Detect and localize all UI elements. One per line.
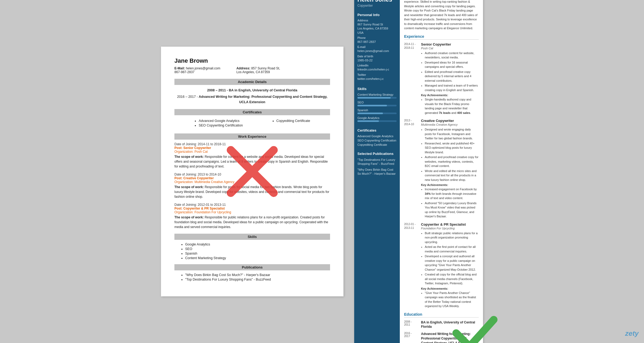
- work-org-3: Organization: Foundation For Upcycling: [174, 210, 330, 214]
- sidebar-twitter-label: Twitter: [357, 73, 397, 76]
- skill-bar-2: SEO: [357, 101, 397, 106]
- right-resume: Helen Jones Copywriter Personal Info Add…: [354, 0, 483, 343]
- sidebar-linkedin-label: LinkedIn: [357, 64, 397, 67]
- skill-label-1: Content Marketing Strategy: [357, 93, 397, 96]
- skill-bg-3: [357, 113, 397, 114]
- email-value: helen.jones@gmail.com: [186, 66, 220, 70]
- exp-bullet-2-1: Designed and wrote engaging daily posts …: [425, 127, 479, 141]
- certs-header: Certificates: [174, 109, 330, 115]
- exp-dates-1: 2014-11 -2018-11: [404, 42, 419, 116]
- achievements-label-2: Key Achievements:: [421, 183, 479, 187]
- cert-item-2: SEO Copywriting Certification: [199, 124, 243, 127]
- sidebar-twitter-value: twitter.com/helen-j-c: [357, 77, 397, 81]
- address-label: Address:: [236, 66, 250, 70]
- skill-fill-4: [357, 120, 379, 122]
- left-contact: E-Mail: helen.jones@gmail.com 867-987-28…: [174, 66, 330, 74]
- sidebar-cert-3: Copyediting Certificate: [357, 143, 397, 146]
- sidebar-certs-section: Certificates Advanced Google Analytics S…: [354, 126, 400, 149]
- achievement-3-1: "Give Your Pants Another Chance" campaig…: [425, 291, 479, 308]
- exp-bullets-3: Built strategic public relations plans f…: [421, 231, 479, 286]
- right-summary: Versatile copywriter with 6+ years of on…: [404, 0, 479, 31]
- sidebar-pubs-section: Selected Publications "Top Destinations …: [354, 149, 400, 179]
- skill-fill-3: [357, 113, 383, 114]
- skill-bar-3: Spanish: [357, 109, 397, 114]
- exp-item-3: 2012-01 -2013-11 Copywriter & PR Special…: [404, 222, 479, 309]
- sidebar-personal-title: Personal Info: [357, 13, 397, 17]
- skill-label-4: Google Analytics: [357, 116, 397, 120]
- exp-bullet-2-3: Authored and proofread creative copy for…: [425, 155, 479, 168]
- sidebar-dob-value: 1985-03-22: [357, 58, 397, 62]
- left-contact-left: E-Mail: helen.jones@gmail.com 867-987-28…: [174, 66, 220, 74]
- sidebar-cert-2: SEO Copywriting Certification: [357, 139, 397, 142]
- exp-bullet-1-2: Developed ideas for 16 seasonal campaign…: [425, 60, 479, 69]
- academic-item-2: 2016 – 2017 - Advanced Writing for Marke…: [174, 94, 330, 105]
- certs-grid: Advanced Google Analytics SEO Copywritin…: [174, 118, 330, 129]
- exp-bullets-1: Authored creative content for website, n…: [421, 51, 479, 92]
- edu-dates-1: 2008 -2011: [404, 320, 419, 329]
- exp-title-3: Copywriter & PR Specialist: [421, 222, 479, 226]
- left-name: Jane Brown: [174, 57, 330, 64]
- skill-fill-1: [357, 97, 391, 99]
- sidebar-personal-section: Personal Info Address 867 Sunny Road StL…: [354, 10, 400, 84]
- right-main: Versatile copywriter with 6+ years of on…: [400, 0, 483, 343]
- exp-bullet-2-2: Researched, wrote and published 40+ SEO-…: [425, 141, 479, 155]
- sidebar-email-value: helen.jones@gmail.com: [357, 49, 397, 53]
- certs-col-left: Advanced Google Analytics SEO Copywritin…: [194, 119, 243, 128]
- academic-section: Academic Details 2008 – 2011 - BA in Eng…: [174, 79, 330, 105]
- skill-bg-4: [357, 120, 397, 122]
- address-line2: Los Angeles, CA 87359: [236, 70, 270, 74]
- sidebar-cert-1: Advanced Google Analytics: [357, 135, 397, 138]
- work-item-3: Date of Joining: 2012-01 to 2013-11 Post…: [174, 203, 330, 229]
- achievement-list-3: "Give Your Pants Another Chance" campaig…: [421, 291, 479, 308]
- left-resume-wrapper: Jane Brown E-Mail: helen.jones@gmail.com…: [161, 47, 343, 296]
- exp-item-1: 2014-11 -2018-11 Senior Copywriter Posh …: [404, 42, 479, 116]
- sidebar-address-value: 867 Sunny Road StLos Angeles, CA 87359US…: [357, 23, 397, 35]
- exp-bullet-1-1: Authored creative content for website, n…: [425, 51, 479, 60]
- check-mark-icon: [451, 309, 499, 343]
- cert-item-3: Copyediting Certificate: [276, 119, 310, 123]
- exp-dates-2: 2013 -2014-10: [404, 119, 419, 219]
- sidebar-title: Copywriter: [357, 4, 397, 8]
- sidebar-pub-2: "Why Does Birkin Bag Cost So Much?" - Ha…: [357, 168, 397, 176]
- exp-org-1: Posh Cat: [421, 47, 479, 50]
- exp-bullet-1-4: Managed and trained a team of 9 writers …: [425, 83, 479, 92]
- sidebar-pubs-title: Selected Publications: [357, 152, 397, 156]
- achievement-list-1: Single-handedly authored copy and visual…: [421, 97, 479, 115]
- work-date-3: Date of Joining: 2012-01 to 2013-11: [174, 203, 330, 207]
- skill-bg-2: [357, 105, 397, 106]
- sidebar-dob-label: Date of birth: [357, 55, 397, 58]
- skill-1: Google Analytics: [185, 243, 330, 246]
- exp-content-1: Senior Copywriter Posh Cat Authored crea…: [421, 42, 479, 116]
- sidebar-name-block: Helen Jones Copywriter: [354, 0, 400, 10]
- skills-section: Skills Google Analytics SEO Spanish Cont…: [174, 234, 330, 260]
- achievements-label-1: Key Achievements:: [421, 94, 479, 97]
- exp-bullet-3-1: Built strategic public relations plans f…: [425, 231, 479, 244]
- left-resume: Jane Brown E-Mail: helen.jones@gmail.com…: [161, 47, 343, 296]
- skills-header: Skills: [174, 234, 330, 240]
- exp-bullet-3-2: Acted as the first point of contact for …: [425, 245, 479, 253]
- pubs-list: "Why Does Birkin Bag Cost So Much?" - Ha…: [174, 273, 330, 281]
- work-scope-3: The scope of work: Responsible for publi…: [174, 215, 330, 229]
- exp-item-2: 2013 -2014-10 Creative Copywriter Multim…: [404, 119, 479, 219]
- exp-org-2: Multimedia Creative Agency: [421, 123, 479, 126]
- exp-bullet-2-4: Wrote and edited all the micro sites and…: [425, 169, 479, 182]
- academic-header: Academic Details: [174, 79, 330, 85]
- exp-bullets-2: Designed and wrote engaging daily posts …: [421, 127, 479, 182]
- achievement-1-1: Single-handedly authored copy and visual…: [425, 97, 479, 115]
- certs-section: Certificates Advanced Google Analytics S…: [174, 109, 330, 129]
- exp-bullet-3-4: Created all copy for the official blog a…: [425, 272, 479, 286]
- exp-title-2: Creative Copywriter: [421, 119, 479, 123]
- exp-dates-3: 2012-01 -2013-11: [404, 222, 419, 309]
- sidebar-pub-1: "Top Destinations For Luxury Shopping Fa…: [357, 158, 397, 166]
- email-label: E-Mail:: [174, 66, 185, 70]
- left-contact-right: Address: 857 Sunny Road St, Los Angeles,…: [236, 66, 280, 74]
- achievement-2-2: Authored "50 Legendary Luxury Brands You…: [425, 201, 479, 219]
- certs-col-right: Copyediting Certificate: [272, 119, 310, 128]
- skill-fill-2: [357, 105, 387, 106]
- exp-bullet-1-3: Edited and proofread creative copy deliv…: [425, 70, 479, 83]
- exp-bullet-3-3: Developed a concept and authored all cre…: [425, 254, 479, 272]
- right-resume-wrapper: Helen Jones Copywriter Personal Info Add…: [354, 0, 483, 343]
- x-mark-icon: [225, 145, 279, 198]
- exp-org-3: Foundation For Upcycling: [421, 227, 479, 230]
- skill-2: SEO: [185, 247, 330, 251]
